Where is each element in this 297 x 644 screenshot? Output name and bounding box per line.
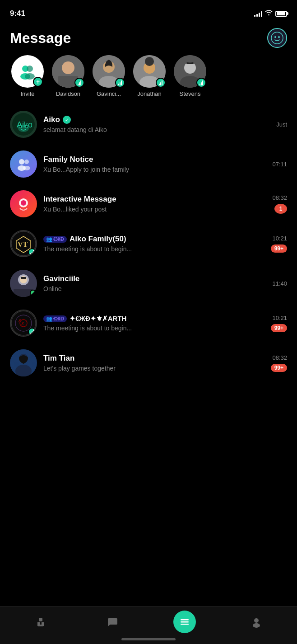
conversation-item-arth[interactable]: ✗ ✗ 👥 €ЖÐ ✦€ЖÐ✦⚜✗ARTH The meeting is abo… <box>0 303 297 343</box>
davidson-chart-badge <box>74 78 84 88</box>
aiko-name: Aiko <box>43 115 60 124</box>
svg-rect-41 <box>21 277 26 279</box>
tim-name: Tim Tian <box>43 354 74 363</box>
gavinci-chart-badge <box>115 78 125 88</box>
arth-time: 10:21 <box>272 315 287 321</box>
conversation-item-gavinciile[interactable]: Gavinciile Online 11:40 <box>0 263 297 303</box>
family-name: Family Notice <box>43 155 93 164</box>
page-title: Message <box>10 30 71 47</box>
conversation-item-aiko[interactable]: Aiko Aiko ✓ selamat datang di Aiko Just <box>0 104 297 144</box>
svg-text:VT: VT <box>18 240 28 248</box>
svg-point-4 <box>27 66 33 72</box>
story-label-invite: Invite <box>20 90 34 97</box>
conversation-item-aiko-family[interactable]: VT 👥 €ЖÐ Aiko Family(50) The meeting is … <box>0 224 297 263</box>
vt-avatar: VT <box>10 230 37 257</box>
gavinciile-meta: 11:40 <box>272 280 287 287</box>
aiko-verified-icon: ✓ <box>63 116 71 124</box>
status-time: 9:41 <box>10 9 25 18</box>
story-label-stevens: Stevens <box>180 90 201 97</box>
aiko-family-meta: 10:21 99+ <box>271 235 287 253</box>
aiko-family-preview: The meeting is about to begin... <box>43 245 265 253</box>
interactive-time: 08:32 <box>272 194 287 201</box>
aiko-family-badge: 99+ <box>271 244 287 253</box>
conversation-item-tim[interactable]: Tim Tian Let's play games together 08:32… <box>0 343 297 383</box>
aiko-family-time: 10:21 <box>272 235 287 242</box>
family-preview: Xu Bo...Apply to join the family <box>43 166 266 173</box>
signal-icon <box>254 10 262 17</box>
aiko-time: Just <box>276 121 287 128</box>
battery-icon <box>275 11 287 17</box>
story-item-stevens[interactable]: Stevens <box>170 55 210 97</box>
svg-point-31 <box>23 166 30 170</box>
svg-point-0 <box>271 32 283 44</box>
interactive-preview: Xu Bo...liked your post <box>43 206 266 213</box>
tim-content: Tim Tian Let's play games together <box>43 354 265 372</box>
svg-rect-54 <box>181 621 189 623</box>
aiko-family-name: Aiko Family(50) <box>70 235 126 244</box>
svg-point-16 <box>145 57 154 66</box>
vt-chart-badge <box>28 248 36 256</box>
smiley-icon <box>271 32 283 44</box>
tim-badge: 99+ <box>271 364 287 372</box>
family-avatar <box>10 150 37 178</box>
story-label-davidson: Davidson <box>56 90 80 97</box>
invite-plus-icon: + <box>33 77 43 87</box>
arth-preview: The meeting is about to begin... <box>43 324 265 332</box>
aiko-family-tag: 👥 €ЖÐ <box>43 236 67 243</box>
arth-avatar: ✗ ✗ <box>10 310 37 337</box>
arth-name: ✦€ЖÐ✦⚜✗ARTH <box>70 315 126 323</box>
nav-chat-icon <box>101 611 124 633</box>
svg-rect-52 <box>38 625 43 626</box>
arth-badge: 99+ <box>271 324 287 332</box>
svg-point-2 <box>278 36 280 38</box>
aiko-meta: Just <box>276 121 287 128</box>
arth-tag: 👥 €ЖÐ <box>43 315 67 322</box>
story-item-davidson[interactable]: Davidson <box>48 55 88 97</box>
gavinciile-avatar <box>10 270 37 297</box>
svg-rect-51 <box>39 618 42 621</box>
nav-item-home[interactable] <box>27 611 54 633</box>
svg-point-29 <box>24 160 29 164</box>
conversation-item-interactive[interactable]: Interactive Message Xu Bo...liked your p… <box>0 184 297 224</box>
interactive-name: Interactive Message <box>43 195 116 204</box>
svg-point-26 <box>19 126 21 127</box>
gavinciile-content: Gavinciile Online <box>43 274 266 292</box>
svg-point-57 <box>253 623 260 628</box>
svg-rect-55 <box>181 624 189 625</box>
aiko-family-content: 👥 €ЖÐ Aiko Family(50) The meeting is abo… <box>43 235 265 253</box>
nav-item-profile[interactable] <box>243 611 270 633</box>
aiko-avatar: Aiko <box>10 111 37 138</box>
arth-meta: 10:21 99+ <box>271 315 287 332</box>
tim-meta: 08:32 99+ <box>271 354 287 372</box>
aiko-preview: selamat datang di Aiko <box>43 126 270 133</box>
svg-point-6 <box>25 73 35 80</box>
family-content: Family Notice Xu Bo...Apply to join the … <box>43 155 266 173</box>
arth-content: 👥 €ЖÐ ✦€ЖÐ✦⚜✗ARTH The meeting is about t… <box>43 315 265 332</box>
interactive-content: Interactive Message Xu Bo...liked your p… <box>43 195 266 213</box>
nav-profile-icon <box>245 611 268 633</box>
page-header: Message <box>0 23 297 52</box>
jonathan-chart-badge <box>156 78 166 88</box>
profile-avatar-button[interactable] <box>267 28 287 48</box>
conversation-list: Aiko Aiko ✓ selamat datang di Aiko Just <box>0 104 297 383</box>
gavinciile-online-dot <box>30 290 36 296</box>
aiko-content: Aiko ✓ selamat datang di Aiko <box>43 115 270 133</box>
tim-preview: Let's play games together <box>43 365 265 372</box>
story-item-jonathan[interactable]: Jonathan <box>129 55 170 97</box>
story-item-gavinci[interactable]: Gavinci... <box>88 55 129 97</box>
tim-time: 08:32 <box>272 354 287 361</box>
nav-item-chat[interactable] <box>99 611 126 633</box>
svg-rect-53 <box>181 619 189 620</box>
conversation-item-family[interactable]: Family Notice Xu Bo...Apply to join the … <box>0 144 297 184</box>
nav-feed-icon <box>173 611 196 633</box>
nav-home-icon <box>29 611 52 633</box>
wifi-icon <box>265 9 273 17</box>
status-icons <box>254 10 287 17</box>
svg-point-1 <box>274 36 276 38</box>
svg-rect-20 <box>186 62 194 64</box>
story-label-gavinci: Gavinci... <box>97 90 121 97</box>
nav-item-feed[interactable] <box>171 611 198 633</box>
story-item-invite[interactable]: + Invite <box>7 55 48 97</box>
interactive-avatar <box>10 190 37 217</box>
svg-point-33 <box>21 200 26 206</box>
